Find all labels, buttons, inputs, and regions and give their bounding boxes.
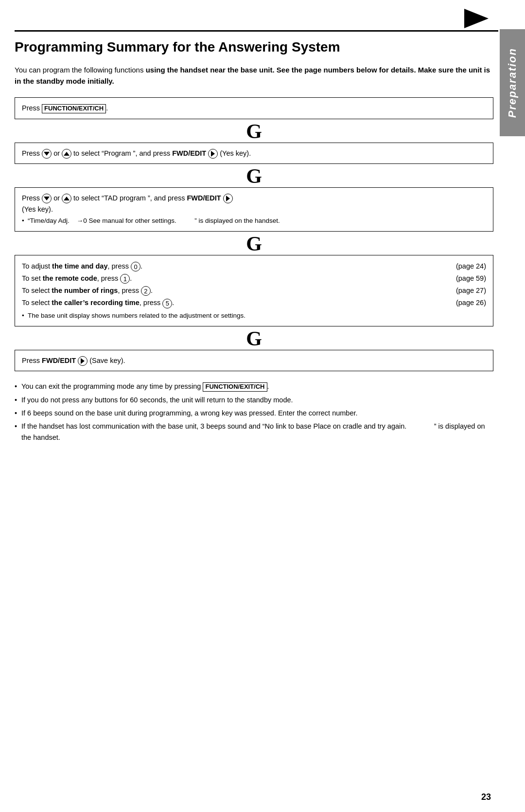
step-3-or: or [53,194,62,202]
step-3-bullet: “Time/day Adj. →0 See manual for other s… [22,216,486,226]
note-4: If the handset has lost communication wi… [15,421,493,443]
step-4-row3-right: (page 27) [409,285,486,297]
step-2-yes: (Yes key). [218,149,251,157]
main-content: Programming Summary for the Answering Sy… [15,39,493,474]
g-arrow-1: G [15,121,493,142]
step-4-row3-left: To select the number of rings, press 2. [22,285,409,297]
top-rule [15,30,498,32]
step-4-row2-left: To set the remote code, press 1. [22,272,409,285]
step-1-period: . [106,104,108,112]
key-5: 5 [162,299,172,308]
step-3-box: Press or to select “TAD program ”, and p… [15,187,493,232]
step-4-bullet: The base unit display shows numbers rela… [22,311,486,321]
step-5-text: Press FWD/EDIT [22,357,78,364]
function-exit-ch-key-note: FUNCTION/EXIT/CH [203,382,267,392]
step-4-row4-left: To select the caller’s recording time, p… [22,297,409,309]
step-4-row2-right: (page 59) [409,272,486,285]
table-row: To set the remote code, press 1. (page 5… [22,272,486,285]
note-2: If you do not press any buttons for 60 s… [15,395,493,405]
notes-list: You can exit the programming mode any ti… [15,381,493,443]
step-2-text: Press [22,149,42,157]
side-tab-label: Preparation [506,48,519,118]
step-3-select: to select “TAD program ”, and press FWD/… [73,194,223,202]
function-exit-ch-key: FUNCTION/EXIT/CH [42,104,106,113]
key-1: 1 [120,274,130,284]
note-1: You can exit the programming mode any ti… [15,381,493,392]
fwd-edit-key-1 [208,149,218,159]
bottom-notes: You can exit the programming mode any ti… [15,381,493,443]
g-arrow-4: G [15,328,493,349]
next-page-arrow [464,9,493,28]
step-3-yes: (Yes key). [22,205,53,213]
step-3-text: Press [22,194,42,202]
g-arrow-2: G [15,166,493,186]
step-1-press-label: Press [22,104,42,112]
table-row: To adjust the time and day, press 0. (pa… [22,260,486,272]
side-tab: Preparation [500,29,525,136]
step-2-select: to select “Program ”, and press FWD/EDIT [73,149,208,157]
down-arrow-key-2 [42,194,52,203]
page-number: 23 [481,792,491,802]
note-3: If 6 beeps sound on the base unit during… [15,408,493,418]
step-4-row1-left: To adjust the time and day, press 0. [22,260,409,272]
step-1-box: Press FUNCTION/EXIT/CH. [15,97,493,119]
step-4-row1-right: (page 24) [409,260,486,272]
g-arrow-3: G [15,234,493,254]
key-0: 0 [131,262,140,271]
table-row: To select the number of rings, press 2. … [22,285,486,297]
fwd-edit-key-2 [223,194,233,203]
page-title: Programming Summary for the Answering Sy… [15,39,493,55]
up-arrow-key-1 [62,149,71,159]
step-4-table: To adjust the time and day, press 0. (pa… [22,260,486,309]
intro-paragraph: You can program the following functions … [15,64,493,87]
step-2-or: or [53,149,62,157]
step-4-box: To adjust the time and day, press 0. (pa… [15,255,493,326]
table-row: To select the caller’s recording time, p… [22,297,486,309]
page-container: Preparation Programming Summary for the … [0,0,525,812]
down-arrow-key-1 [42,149,52,159]
fwd-edit-key-3 [78,356,88,366]
key-2: 2 [141,286,151,296]
intro-text-plain: You can program the following functions [15,66,146,74]
up-arrow-key-2 [62,194,71,203]
step-5-save: (Save key). [88,357,125,364]
step-5-box: Press FWD/EDIT (Save key). [15,350,493,371]
step-4-row4-right: (page 26) [409,297,486,309]
step-2-box: Press or to select “Program ”, and press… [15,143,493,164]
